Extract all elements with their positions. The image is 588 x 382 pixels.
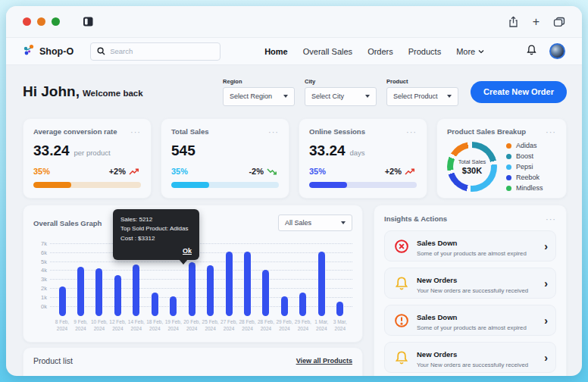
y-axis-label: 1k bbox=[41, 293, 47, 300]
x-axis-label: 18 Feb,2024 bbox=[145, 319, 164, 333]
user-avatar[interactable] bbox=[549, 43, 565, 59]
bar-18-feb-2024-5[interactable] bbox=[152, 293, 158, 316]
create-new-order-button[interactable]: Create New Order bbox=[471, 81, 567, 103]
tooltip-product: Top Sold Product: Adidas bbox=[120, 224, 192, 233]
bar-19-feb-2024-6[interactable] bbox=[170, 296, 177, 316]
y-axis-label: 3k bbox=[41, 276, 47, 283]
bar-9-feb-2024-1[interactable] bbox=[77, 267, 84, 316]
bar-3-mar-2024-15[interactable] bbox=[336, 302, 343, 316]
filter-label: Product bbox=[386, 78, 458, 85]
stats-row: Average conversion rate···33.24per produ… bbox=[23, 118, 567, 199]
bar-8-feb-2024-0[interactable] bbox=[59, 286, 66, 316]
share-icon[interactable] bbox=[508, 16, 519, 28]
bar-29-feb-2024-12[interactable] bbox=[281, 296, 288, 316]
insight-item-new-orders-1[interactable]: New OrdersYour New orders are successful… bbox=[384, 268, 556, 299]
y-axis-label: 0k bbox=[41, 302, 47, 309]
new-tab-icon[interactable]: + bbox=[533, 16, 540, 28]
search-input[interactable] bbox=[110, 47, 214, 55]
stat-value: 33.24 bbox=[33, 142, 70, 159]
card-menu-icon[interactable]: ··· bbox=[130, 130, 141, 134]
progress-bar bbox=[33, 182, 141, 188]
chevron-down-icon bbox=[341, 221, 346, 224]
nav-item-products[interactable]: Products bbox=[408, 47, 441, 56]
x-axis-label: 19 Feb,2024 bbox=[164, 319, 183, 333]
chevron-right-icon: › bbox=[544, 315, 548, 327]
chevron-down-icon bbox=[447, 95, 452, 98]
donut-center-label: Total Sales bbox=[458, 158, 486, 165]
stat-value: 33.24 bbox=[309, 142, 346, 159]
stat-card-average-conversion-rate: Average conversion rate···33.24per produ… bbox=[23, 118, 152, 199]
insight-item-sales-down-0[interactable]: Sales DownSome of your products are almo… bbox=[384, 230, 556, 261]
chevron-down-icon bbox=[365, 95, 370, 98]
x-axis-label: 28 Feb,2024 bbox=[257, 319, 275, 333]
bar-25-feb-2024-8[interactable] bbox=[207, 265, 214, 316]
x-axis-label: 10 Feb,2024 bbox=[90, 319, 108, 333]
chevron-down-icon bbox=[283, 95, 288, 98]
tooltip-sales: Sales: 5212 bbox=[120, 215, 192, 224]
close-window-button[interactable] bbox=[23, 17, 31, 26]
insight-item-sales-down-2[interactable]: Sales DownSome of your products are almo… bbox=[384, 305, 556, 336]
product-list-card: Product list View all Products Product N… bbox=[23, 347, 363, 376]
progress-bar bbox=[309, 182, 417, 188]
nav-item-more[interactable]: More bbox=[456, 47, 484, 56]
region-select[interactable]: Select Region bbox=[223, 87, 295, 106]
insights-menu-icon[interactable]: ··· bbox=[546, 217, 556, 221]
warning-circle-icon bbox=[394, 313, 409, 328]
overall-sales-graph-card: Overall Sales Graph All Sales Sales: 521… bbox=[23, 205, 363, 343]
nav-item-home[interactable]: Home bbox=[264, 47, 288, 56]
filter-bar: RegionSelect RegionCitySelect CityProduc… bbox=[223, 78, 458, 106]
sales-filter-select[interactable]: All Sales bbox=[278, 214, 352, 231]
greeting-subtitle: Welcome back bbox=[83, 89, 143, 98]
legend-item-mindless: Mindless bbox=[506, 184, 543, 192]
brand-name: Shop-O bbox=[39, 46, 74, 57]
error-circle-icon bbox=[394, 239, 409, 254]
bar-12-feb-2024-3[interactable] bbox=[114, 275, 121, 316]
donut-chart: Total Sales $30K bbox=[447, 142, 497, 192]
x-axis-label: 3 Mar,2024 bbox=[331, 319, 349, 333]
chevron-right-icon: › bbox=[544, 240, 548, 252]
bar-28-feb-2024-10[interactable] bbox=[244, 252, 251, 316]
stat-percent: 35% bbox=[171, 167, 188, 176]
nav-item-orders[interactable]: Orders bbox=[368, 47, 393, 56]
zoom-window-button[interactable] bbox=[52, 17, 60, 26]
x-axis-label: 20 Feb,2024 bbox=[183, 319, 201, 333]
card-menu-icon[interactable]: ··· bbox=[268, 130, 279, 134]
bar-10-feb-2024-2[interactable] bbox=[95, 268, 102, 316]
x-axis-label: 8 Feb,2024 bbox=[53, 319, 71, 333]
product-select[interactable]: Select Product bbox=[386, 87, 458, 106]
x-axis-label: 1 Mar,2024 bbox=[312, 319, 330, 333]
tabs-overview-icon[interactable] bbox=[553, 17, 565, 27]
search-box[interactable] bbox=[90, 42, 220, 61]
view-all-products-link[interactable]: View all Products bbox=[296, 357, 352, 365]
bar-27-feb-2024-9[interactable] bbox=[226, 252, 233, 316]
y-axis-label: 4k bbox=[41, 267, 47, 274]
window-chrome: + bbox=[6, 6, 582, 38]
breakup-menu-icon[interactable]: ··· bbox=[546, 130, 556, 134]
sidebar-toggle-icon[interactable] bbox=[83, 16, 94, 27]
product-list-title: Product list bbox=[33, 356, 73, 365]
traffic-lights bbox=[23, 17, 60, 26]
sales-filter-value: All Sales bbox=[285, 219, 311, 227]
notification-bell-icon[interactable] bbox=[526, 44, 537, 59]
bar-series bbox=[50, 243, 352, 316]
breakup-title: Product Sales Breakup bbox=[447, 127, 526, 136]
x-axis-label: 29 Feb,2024 bbox=[275, 319, 293, 333]
bar-1-mar-2024-14[interactable] bbox=[318, 252, 325, 316]
x-axis-label: 27 Feb,2024 bbox=[220, 319, 238, 333]
tooltip-ok-button[interactable]: Ok bbox=[120, 247, 192, 255]
greeting: Hi John, Welcome back bbox=[23, 83, 143, 100]
insight-item-new-orders-3[interactable]: New OrdersYour New orders are successful… bbox=[384, 342, 556, 373]
brand[interactable]: Shop-O bbox=[23, 44, 74, 58]
legend-item-reebok: Reebok bbox=[506, 174, 543, 181]
insights-title: Insights & Actions bbox=[384, 214, 447, 223]
bar-28-feb-2024-11[interactable] bbox=[262, 270, 269, 316]
legend-item-pepsi: Pepsi bbox=[506, 163, 543, 171]
bar-20-feb-2024-7[interactable] bbox=[189, 262, 195, 316]
progress-bar bbox=[171, 182, 279, 188]
bar-29-feb-2024-13[interactable] bbox=[299, 293, 306, 316]
nav-item-overall-sales[interactable]: Overall Sales bbox=[303, 47, 352, 56]
minimize-window-button[interactable] bbox=[37, 17, 45, 26]
city-select[interactable]: Select City bbox=[305, 87, 377, 106]
bar-14-feb-2024-4[interactable] bbox=[133, 265, 139, 317]
card-menu-icon[interactable]: ··· bbox=[406, 130, 417, 134]
